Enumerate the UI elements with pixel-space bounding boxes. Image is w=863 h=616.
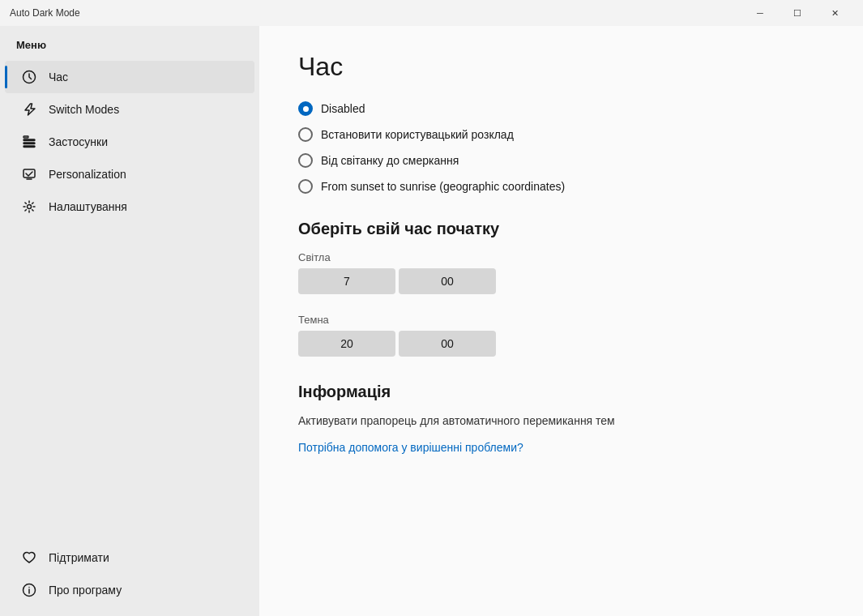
light-label: Світла (298, 251, 824, 263)
close-button[interactable]: ✕ (816, 0, 853, 26)
settings-icon (21, 199, 37, 215)
sidebar-item-label: Час (49, 71, 68, 83)
time-group-dark: Темна (298, 314, 824, 357)
radio-label-disabled: Disabled (321, 102, 365, 115)
dark-time-inputs (298, 331, 824, 357)
radio-group: Disabled Встановити користувацький розкл… (298, 101, 824, 194)
svg-point-8 (28, 587, 30, 588)
sidebar-item-label: Personalization (49, 168, 126, 181)
minimize-button[interactable]: ─ (741, 0, 779, 26)
svg-point-6 (28, 205, 32, 209)
radio-geo[interactable]: From sunset to sunrise (geographic coord… (298, 179, 824, 194)
page-title: Час (298, 52, 824, 82)
radio-circle-sunrise (298, 153, 313, 168)
sidebar-item-time[interactable]: Час (5, 61, 254, 93)
main-content: Час Disabled Встановити користувацький р… (259, 26, 863, 616)
sidebar-item-personalization[interactable]: Personalization (5, 158, 254, 190)
svg-rect-4 (23, 146, 35, 148)
time-group-light: Світла (298, 251, 824, 294)
sidebar-item-label: Про програму (49, 584, 122, 597)
sidebar-item-support[interactable]: Підтримати (5, 541, 254, 574)
lightning-icon (21, 101, 37, 118)
svg-rect-5 (23, 169, 35, 178)
radio-sunrise[interactable]: Від світанку до смеркання (298, 153, 824, 168)
radio-label-custom: Встановити користувацький розклад (321, 128, 514, 141)
dark-minute-input[interactable] (399, 331, 496, 357)
sidebar-item-settings[interactable]: Налаштування (5, 190, 254, 223)
svg-rect-2 (23, 139, 35, 141)
personalization-icon (21, 166, 37, 182)
sidebar: Меню Час Switch Modes (0, 26, 259, 616)
info-section: Інформація Активувати прапорець для авто… (298, 383, 824, 455)
sidebar-bottom: Підтримати Про програму (0, 541, 259, 616)
radio-label-sunrise: Від світанку до смеркання (321, 154, 459, 167)
sidebar-item-label: Підтримати (49, 551, 109, 564)
radio-custom[interactable]: Встановити користувацький розклад (298, 127, 824, 142)
svg-rect-3 (23, 143, 35, 144)
radio-circle-custom (298, 127, 313, 142)
info-icon (21, 582, 37, 598)
info-section-title: Інформація (298, 383, 824, 401)
sidebar-item-label: Switch Modes (49, 103, 119, 116)
sidebar-item-about[interactable]: Про програму (5, 574, 254, 606)
sidebar-item-label: Налаштування (49, 200, 127, 213)
sidebar-menu-label: Меню (0, 32, 259, 61)
sidebar-item-label: Застосунки (49, 135, 108, 148)
light-hour-input[interactable] (298, 268, 395, 294)
dark-label: Темна (298, 314, 824, 326)
radio-label-geo: From sunset to sunrise (geographic coord… (321, 180, 565, 193)
dark-hour-input[interactable] (298, 331, 395, 357)
maximize-button[interactable]: ☐ (779, 0, 816, 26)
window-controls: ─ ☐ ✕ (741, 0, 853, 26)
radio-disabled[interactable]: Disabled (298, 101, 824, 116)
info-text: Активувати прапорець для автоматичного п… (298, 414, 824, 427)
light-minute-input[interactable] (399, 268, 496, 294)
titlebar: Auto Dark Mode ─ ☐ ✕ (0, 0, 863, 26)
time-section-title: Оберіть свій час початку (298, 220, 824, 238)
radio-circle-disabled (298, 101, 313, 116)
light-time-inputs (298, 268, 824, 294)
heart-icon (21, 550, 37, 566)
svg-rect-1 (23, 136, 28, 138)
info-help-link[interactable]: Потрібна допомога у вирішенні проблеми? (298, 441, 523, 454)
apps-icon (21, 134, 37, 150)
app-title: Auto Dark Mode (10, 7, 741, 19)
sidebar-item-apps[interactable]: Застосунки (5, 126, 254, 158)
sidebar-item-switch-modes[interactable]: Switch Modes (5, 93, 254, 126)
clock-icon (21, 69, 37, 85)
radio-circle-geo (298, 179, 313, 194)
app-body: Меню Час Switch Modes (0, 26, 863, 616)
